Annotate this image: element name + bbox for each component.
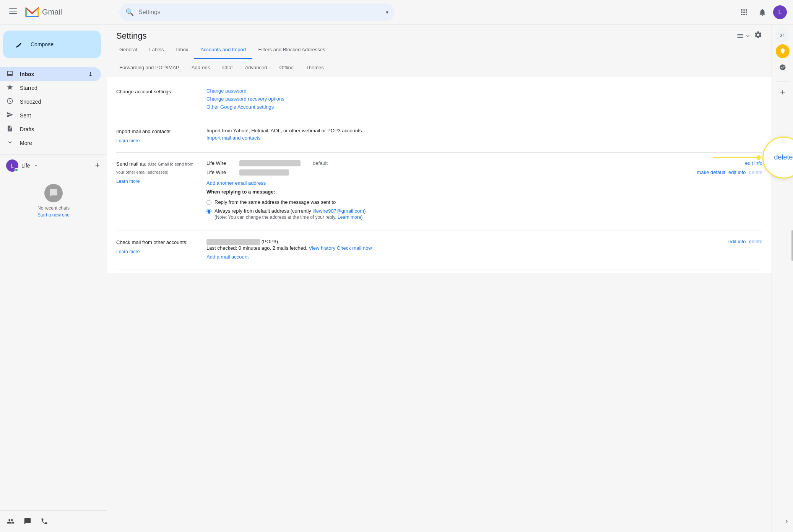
- edit-info-link-2[interactable]: edit info: [728, 169, 746, 175]
- pop3-info: (POP3) Last checked: 0 minutes ago. 2 ma…: [206, 239, 722, 251]
- chat-avatar: [44, 184, 63, 202]
- inbox-count: 1: [89, 72, 92, 77]
- notification-icon[interactable]: [755, 5, 770, 20]
- sidebar-item-sent[interactable]: Sent: [0, 109, 101, 122]
- delete-link-2[interactable]: delete: [749, 169, 762, 175]
- svg-point-11: [746, 14, 747, 15]
- search-input[interactable]: [138, 9, 381, 16]
- keep-icon[interactable]: [776, 44, 790, 58]
- pop3-delete-link[interactable]: delete: [749, 239, 762, 244]
- view-history-link[interactable]: View history: [309, 245, 335, 251]
- calendar-icon[interactable]: 31: [775, 28, 790, 43]
- tab-advanced[interactable]: Advanced: [239, 59, 273, 77]
- section-change-account: Change account settings: Change password…: [116, 80, 762, 120]
- tab-themes[interactable]: Themes: [300, 59, 330, 77]
- compose-button[interactable]: Compose: [3, 31, 101, 58]
- main-content: Settings General Labels Inbox Accounts a…: [107, 24, 793, 532]
- send-mail-email-1-blurred: [239, 160, 301, 166]
- tab-offline[interactable]: Offline: [273, 59, 300, 77]
- add-account-icon[interactable]: [94, 162, 101, 170]
- account-name: Life: [21, 163, 30, 169]
- add-right-icon[interactable]: [775, 85, 790, 100]
- add-mail-account-link[interactable]: Add a mail account: [206, 254, 762, 260]
- expand-right-icon[interactable]: [783, 518, 790, 526]
- add-another-email-link[interactable]: Add another email address: [206, 180, 762, 186]
- svg-point-8: [746, 11, 747, 13]
- sidebar-item-snoozed[interactable]: Snoozed: [0, 95, 101, 109]
- import-mail-label: Import mail and contacts: Learn more: [116, 128, 200, 145]
- radio-same-address: Reply from the same address the message …: [206, 199, 762, 205]
- reply-learn-more-link[interactable]: Learn more: [338, 215, 361, 220]
- tab-chat[interactable]: Chat: [216, 59, 239, 77]
- sidebar-item-starred[interactable]: Starred: [0, 81, 101, 95]
- make-default-link-2[interactable]: make default: [697, 169, 725, 175]
- hamburger-icon[interactable]: [6, 4, 20, 20]
- svg-point-7: [743, 11, 745, 13]
- account-section[interactable]: L Life: [0, 156, 107, 175]
- import-mail-link[interactable]: Import mail and contacts: [206, 135, 762, 141]
- sidebar-nav: Inbox 1 Starred Snoozed: [0, 64, 107, 153]
- density-icon[interactable]: [736, 32, 751, 40]
- tab-inbox[interactable]: Inbox: [170, 41, 195, 59]
- radio-default-address: Always reply from default address (curre…: [206, 208, 762, 220]
- no-recent-chats: No recent chats: [6, 205, 101, 211]
- search-dropdown-icon[interactable]: ▾: [386, 9, 388, 15]
- sidebar: Compose Inbox 1 Starred: [0, 24, 107, 532]
- phone-icon[interactable]: [37, 514, 52, 529]
- topbar: Gmail 🔍 ▾ L: [0, 0, 793, 24]
- sidebar-item-drafts[interactable]: Drafts: [0, 122, 101, 136]
- send-mail-learn-more[interactable]: Learn more: [116, 178, 200, 185]
- svg-point-3: [741, 9, 743, 11]
- radio-same-address-input[interactable]: [206, 200, 211, 205]
- always-reply-text: Always reply from default address (curre…: [214, 208, 366, 214]
- sidebar-item-more[interactable]: More: [0, 136, 101, 150]
- pop3-edit-info-link[interactable]: edit info: [728, 239, 746, 244]
- other-settings-link[interactable]: Other Google Account settings: [206, 104, 762, 110]
- settings-header-icons: [736, 31, 762, 41]
- tab-forwarding[interactable]: Forwarding and POP/IMAP: [113, 59, 185, 77]
- settings-gear-icon[interactable]: [754, 31, 762, 41]
- send-mail-email-2-blurred: [239, 169, 289, 176]
- account-chevron-icon: [33, 163, 39, 168]
- tab-general[interactable]: General: [113, 41, 143, 59]
- people-icon[interactable]: [3, 514, 18, 529]
- svg-rect-2: [9, 13, 17, 14]
- chat-bubble-icon[interactable]: [20, 514, 35, 529]
- starred-label: Starred: [20, 85, 92, 91]
- inbox-label: Inbox: [20, 71, 83, 77]
- start-new-chat-link[interactable]: Start a new one: [6, 212, 101, 218]
- send-mail-row-1: Life Wire default edit info: [206, 160, 762, 166]
- radio-default-address-input[interactable]: [206, 209, 211, 214]
- tab-accounts[interactable]: Accounts and Import: [194, 41, 252, 59]
- change-account-label: Change account settings:: [116, 88, 200, 96]
- search-icon: 🔍: [125, 8, 134, 16]
- sidebar-divider: [0, 155, 107, 155]
- scroll-track: [791, 101, 793, 532]
- snoozed-label: Snoozed: [20, 99, 92, 105]
- send-mail-name-2: Life Wire: [206, 169, 233, 175]
- svg-rect-1: [9, 11, 17, 11]
- svg-point-6: [741, 11, 743, 13]
- tab-filters[interactable]: Filters and Blocked Addresses: [252, 41, 332, 59]
- svg-point-9: [741, 14, 743, 15]
- tab-labels[interactable]: Labels: [143, 41, 170, 59]
- reply-radio-group: Reply from the same address the message …: [206, 199, 762, 220]
- more-chevron-icon: [6, 139, 14, 148]
- import-learn-more-link[interactable]: Learn more: [116, 137, 200, 145]
- edit-info-link-1[interactable]: edit info: [745, 160, 762, 166]
- tab-addons[interactable]: Add-ons: [185, 59, 216, 77]
- svg-rect-0: [9, 8, 17, 9]
- online-indicator: [15, 168, 18, 172]
- sidebar-item-inbox[interactable]: Inbox 1: [0, 67, 101, 81]
- check-mail-learn-more[interactable]: Learn more: [116, 248, 200, 255]
- pop3-row: (POP3) Last checked: 0 minutes ago. 2 ma…: [206, 239, 762, 251]
- apps-icon[interactable]: [736, 5, 752, 20]
- change-recovery-link[interactable]: Change password recovery options: [206, 96, 762, 102]
- tasks-icon[interactable]: [775, 60, 790, 75]
- change-account-content: Change password Change password recovery…: [206, 88, 762, 112]
- change-password-link[interactable]: Change password: [206, 88, 762, 94]
- search-bar: 🔍 ▾: [119, 3, 395, 21]
- check-mail-now-link[interactable]: Check mail now: [337, 245, 372, 251]
- avatar[interactable]: L: [773, 5, 787, 19]
- svg-point-5: [746, 9, 747, 11]
